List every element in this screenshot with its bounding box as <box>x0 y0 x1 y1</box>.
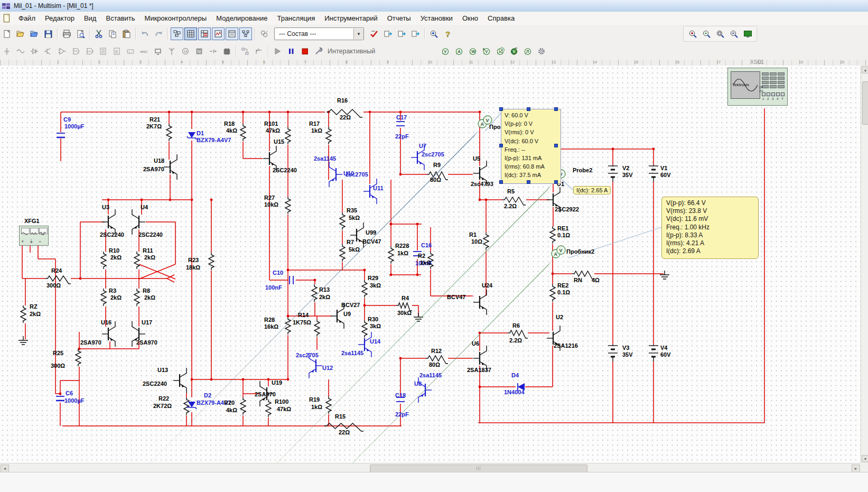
component-label[interactable]: U15 <box>274 138 284 145</box>
ground-icon[interactable] <box>0 44 14 58</box>
component-label[interactable]: 2K7Ω <box>146 123 162 129</box>
component-label[interactable]: Probe2 <box>573 167 592 173</box>
component-label[interactable]: 10kΩ <box>264 201 278 208</box>
component-label[interactable]: R16 <box>337 97 348 104</box>
component-label[interactable]: U99 <box>366 229 376 236</box>
transfer-icon[interactable] <box>257 27 271 41</box>
menu-item-10[interactable]: Установки <box>416 13 458 24</box>
component-label[interactable]: 3kΩ <box>370 323 381 329</box>
component-label[interactable]: R18 <box>224 120 235 127</box>
component-label[interactable]: 2SC2240 <box>100 231 124 238</box>
component-label[interactable]: U12 <box>322 365 333 371</box>
postprocessor-icon[interactable] <box>226 27 238 40</box>
rf-icon[interactable] <box>165 44 179 58</box>
ni-comp-icon[interactable]: NI <box>192 44 206 58</box>
component-label[interactable]: R228 <box>395 243 409 249</box>
component-label[interactable]: 2SC2240 <box>138 231 163 238</box>
component-label[interactable]: 60V <box>660 172 671 178</box>
component-label[interactable]: 2kΩ <box>319 294 330 300</box>
scope-menu-button[interactable] <box>762 77 769 80</box>
redo-icon[interactable] <box>152 27 165 41</box>
component-label[interactable]: 22pF <box>395 133 409 140</box>
ttl-icon[interactable]: TTL <box>69 44 82 58</box>
component-label[interactable]: C6 <box>66 390 73 396</box>
component-label[interactable]: R19 <box>309 396 320 403</box>
erc-check-icon[interactable] <box>367 27 381 41</box>
component-label[interactable]: R27 <box>264 194 275 201</box>
component-label[interactable]: 2sa1145 <box>341 350 363 356</box>
menu-item-7[interactable]: Трансляция <box>272 13 320 24</box>
component-label[interactable]: 35V <box>622 172 633 178</box>
menu-item-6[interactable]: Моделирование <box>211 13 272 24</box>
component-label[interactable]: RN <box>574 277 582 283</box>
component-label[interactable]: U24 <box>482 282 492 289</box>
scope-menu-button[interactable] <box>770 85 777 88</box>
misc-icon[interactable]: MISC <box>137 44 151 58</box>
output-probe-readout-box[interactable]: V(p-p): 66.4 VV(rms): 23.8 VV(dc): 11.6 … <box>661 197 759 259</box>
component-label[interactable]: C18 <box>395 392 406 398</box>
scroll-down-icon[interactable]: ▼ <box>862 455 868 462</box>
component-label[interactable]: R23 <box>188 257 199 263</box>
component-label[interactable]: C16 <box>421 242 432 248</box>
scope-menu-button[interactable] <box>778 77 785 80</box>
scope-menu-button[interactable] <box>770 77 777 80</box>
print-icon[interactable] <box>60 27 73 41</box>
component-label[interactable]: V4 <box>660 345 667 351</box>
component-label[interactable]: R21 <box>150 116 160 123</box>
component-label[interactable]: 2sc2705 <box>296 352 319 358</box>
component-label[interactable]: 300Ω <box>46 282 61 289</box>
scroll-right-icon[interactable]: ► <box>852 465 860 472</box>
export-netlist-icon[interactable] <box>381 27 395 41</box>
misc-digital-icon[interactable] <box>96 44 110 58</box>
component-label[interactable]: R14 <box>298 312 309 318</box>
menu-item-9[interactable]: Отчеты <box>382 13 416 24</box>
component-label[interactable]: R17 <box>309 120 320 127</box>
component-label[interactable]: 22Ω <box>340 114 351 120</box>
selection-handle[interactable] <box>499 180 503 184</box>
find-icon[interactable] <box>427 27 441 41</box>
component-label[interactable]: V3 <box>622 345 629 351</box>
square-wave-icon[interactable] <box>39 228 48 234</box>
component-label[interactable]: C17 <box>396 114 407 120</box>
scope-menu-button[interactable] <box>778 81 785 84</box>
component-label[interactable]: 5kΩ <box>349 246 360 253</box>
component-label[interactable]: D2 <box>204 392 211 398</box>
component-label[interactable]: 2SC2240 <box>273 167 297 173</box>
component-label[interactable]: U6 <box>472 340 479 347</box>
title-bar[interactable]: Mil_01 - Multisim - [Mil_01 *] <box>0 0 868 12</box>
run-icon[interactable] <box>270 44 284 58</box>
variant-combobox[interactable]: --- Состав --- ▼ <box>274 27 364 40</box>
ac-source-icon[interactable] <box>14 44 27 58</box>
component-label[interactable]: R1 <box>469 231 477 238</box>
probe-settings-icon[interactable] <box>535 44 548 58</box>
hierarchy-icon[interactable] <box>239 27 252 40</box>
component-label[interactable]: 2kΩ <box>30 311 41 317</box>
component-label[interactable]: 2sc2705 <box>346 171 368 178</box>
component-label[interactable]: R9 <box>433 162 441 168</box>
component-label[interactable]: U11 <box>373 185 384 191</box>
component-label[interactable]: U16 <box>101 319 111 326</box>
component-label[interactable]: 2SA970 <box>136 339 157 346</box>
database-icon[interactable] <box>198 27 211 40</box>
bus-icon[interactable] <box>252 44 266 58</box>
probe-av-icon[interactable]: AV <box>493 44 507 58</box>
save-icon[interactable] <box>41 27 55 41</box>
component-label[interactable]: BZX79-A4V7 <box>197 137 231 143</box>
copy-icon[interactable] <box>106 27 119 41</box>
component-label[interactable]: Про <box>489 124 500 130</box>
component-label[interactable]: 2sc4793 <box>471 181 493 187</box>
component-label[interactable]: R22 <box>158 395 169 402</box>
component-label[interactable]: 2SA970 <box>80 339 101 346</box>
component-label[interactable]: 18kΩ <box>186 264 200 271</box>
component-label[interactable]: R4 <box>402 295 409 301</box>
component-label[interactable]: 4kΩ <box>226 127 237 134</box>
menu-item-2[interactable]: Редактор <box>40 13 79 24</box>
chevron-down-icon[interactable]: ▼ <box>353 29 363 39</box>
scope-menu-button[interactable] <box>778 72 785 76</box>
probe2-idc-box[interactable]: I(dc): 2.65 A <box>573 186 611 194</box>
component-label[interactable]: V1 <box>660 165 667 171</box>
common-terminal[interactable]: ⏚ <box>30 239 33 245</box>
menu-item-3[interactable]: Вид <box>79 13 101 24</box>
menu-item-8[interactable]: Инструментарий <box>320 13 382 24</box>
back-annotate-icon[interactable] <box>395 27 408 41</box>
